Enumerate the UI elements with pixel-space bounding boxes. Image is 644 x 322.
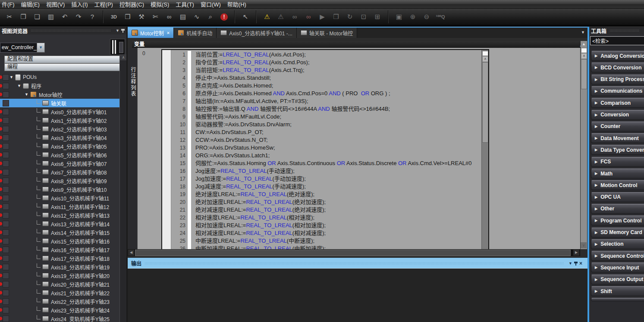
delete-icon[interactable]: ▥ bbox=[45, 12, 57, 22]
close-icon[interactable]: × bbox=[167, 30, 170, 35]
scroll-left-icon[interactable]: ◀ bbox=[128, 250, 134, 256]
scrollbar-thumb[interactable] bbox=[581, 59, 587, 89]
toolbox-category-sequence-input[interactable]: ▶Sequence Input bbox=[591, 263, 644, 272]
code-line[interactable]: 9轴报警代码:=Axis.MFaultLvl.Code; bbox=[171, 113, 482, 121]
transfer-to-controller-icon[interactable]: ⊡ bbox=[358, 12, 369, 22]
code-vertical-scrollbar[interactable]: ∧ bbox=[481, 50, 488, 249]
toolbox-category-shift[interactable]: ▶Shift bbox=[591, 286, 644, 296]
tree-item-Axis21_分选机械手Y轴22[interactable]: Axis21_分选机械手Y轴22 bbox=[0, 288, 119, 297]
synchronize-icon[interactable]: ↻ bbox=[344, 12, 355, 22]
scroll-right-icon[interactable]: ▶ bbox=[573, 250, 579, 256]
code-line[interactable]: 20绝对加速度LREAL:=REAL_TO_LREAL(绝对加速度); bbox=[171, 198, 482, 206]
tree-item-Axis16_分选机械手Y轴17[interactable]: Axis16_分选机械手Y轴17 bbox=[0, 245, 119, 254]
toolbox-category-opc-ua[interactable]: ▶OPC UA bbox=[591, 192, 644, 202]
code-line[interactable]: 7轴出错(In:=Axis.MFaultLvl.Active, PT:=T#3S… bbox=[171, 97, 482, 105]
go-offline-icon[interactable]: ⚠ bbox=[275, 12, 286, 22]
code-line[interactable]: 4停止中:=Axis.Status.Standstill; bbox=[171, 74, 482, 82]
code-line[interactable]: 15伺服忙:=Axis.Status.Homing OR Axis.Status… bbox=[171, 159, 482, 167]
menu-item[interactable]: 帮助(H) bbox=[222, 0, 251, 8]
scroll-down-icon[interactable]: ∨ bbox=[581, 242, 587, 248]
tree-item-Axis19_分选机械手Y轴20[interactable]: Axis19_分选机械手Y轴20 bbox=[0, 271, 119, 280]
toolbox-category-sequence-control[interactable]: ▶Sequence Control bbox=[591, 251, 644, 261]
tree-item-Axis20_分选机械手Y轴21[interactable]: Axis20_分选机械手Y轴21 bbox=[0, 280, 119, 288]
watch-glasses-icon[interactable]: ∞ bbox=[163, 12, 175, 22]
tree-item-Axis15_分选机械手Y轴16[interactable]: Axis15_分选机械手Y轴16 bbox=[0, 237, 119, 245]
code-line[interactable]: 16Jog速度:=REAL_TO_LREAL(手动速度); bbox=[171, 167, 482, 175]
close-icon[interactable]: × bbox=[578, 260, 584, 266]
code-line[interactable]: 1当前位置:=LREAL_TO_REAL(Axis.Act.Pos); bbox=[171, 51, 482, 59]
tree-item-Axis5_分选机械手Y轴06[interactable]: Axis5_分选机械手Y轴06 bbox=[0, 150, 119, 159]
toolbox-category-comparison[interactable]: ▶Comparison bbox=[591, 98, 644, 108]
tree-item-Axis11_分选机械手Y轴12[interactable]: Axis11_分选机械手Y轴12 bbox=[0, 202, 119, 211]
toolbox-category-motion-control[interactable]: ▶Motion Control bbox=[591, 180, 644, 190]
tree-item-Axis6_分选机械手Y轴07[interactable]: Axis6_分选机械手Y轴07 bbox=[0, 159, 119, 168]
rebuild-icon[interactable]: ✄ bbox=[150, 12, 161, 22]
redo-icon[interactable]: ↷ bbox=[73, 12, 84, 22]
toolbox-search-input[interactable] bbox=[590, 36, 644, 45]
variables-bar[interactable]: 变量 ▲ bbox=[132, 41, 587, 48]
undo-icon[interactable]: ↶ bbox=[59, 12, 70, 22]
tree-item-Motor轴控[interactable]: ▼Motor轴控 bbox=[0, 90, 119, 99]
zoom-100-icon[interactable]: ¹⁰⁰Q bbox=[435, 12, 446, 22]
toolbox-category-conversion[interactable]: ▶Conversion bbox=[591, 110, 644, 120]
edit-pointer-tool-icon[interactable]: ↖ bbox=[240, 12, 251, 22]
tree-item-Axis17_分选机械手Y轴18[interactable]: Axis17_分选机械手Y轴18 bbox=[0, 254, 119, 263]
toolbox-category-analog-conversion[interactable]: ▶Analog Conversion bbox=[591, 51, 644, 61]
tree-item-Axis7_分选机械手Y轴08[interactable]: Axis7_分选机械手Y轴08 bbox=[0, 168, 119, 176]
pin-icon[interactable] bbox=[121, 28, 125, 33]
transfer-stack-icon[interactable]: ❐ bbox=[330, 12, 342, 22]
window-layout-icon[interactable]: ❒ bbox=[122, 12, 133, 22]
tree-item-Axis24_变轨机械手Y轴25[interactable]: Axis24_变轨机械手Y轴25 bbox=[0, 314, 119, 322]
tab-list-dropdown-icon[interactable]: ▼ bbox=[581, 30, 585, 34]
tree-scrollbar[interactable]: ∧ bbox=[119, 54, 126, 322]
code-line[interactable]: 2指令位置:=LREAL_TO_REAL(Axis.Cmd.Pos); bbox=[171, 59, 482, 66]
tree-item-Axis2_分选机械手Y轴03[interactable]: Axis2_分选机械手Y轴03 bbox=[0, 125, 119, 133]
zoom-in-icon[interactable]: ⊕ bbox=[407, 12, 418, 22]
scrollbar-thumb[interactable] bbox=[482, 62, 488, 143]
scroll-up-icon[interactable]: ▲ bbox=[581, 42, 587, 46]
tree-item-程序[interactable]: ▼程序 bbox=[0, 81, 119, 90]
toolbox-category-sequence-output[interactable]: ▶Sequence Output bbox=[591, 275, 644, 284]
go-online-icon[interactable]: ⚠ bbox=[261, 12, 273, 22]
toolbox-category-communications[interactable]: ▶Communications bbox=[591, 86, 644, 96]
cut-icon[interactable]: ✂ bbox=[4, 12, 15, 22]
chevron-down-icon[interactable]: ▼ bbox=[567, 261, 574, 266]
tree-item-Axis12_分选机械手Y轴13[interactable]: Axis12_分选机械手Y轴13 bbox=[0, 211, 119, 219]
tree-item-Axis3_分选机械手Y轴04[interactable]: Axis3_分选机械手Y轴04 bbox=[0, 133, 119, 142]
expand-triangle-icon[interactable]: ▼ bbox=[17, 84, 21, 88]
tree-item-Axis8_分选机械手Y轴09[interactable]: Axis8_分选机械手Y轴09 bbox=[0, 176, 119, 185]
menu-item[interactable]: 模拟(S) bbox=[145, 0, 174, 8]
tab-机械手自动[interactable]: 机械手自动 bbox=[174, 28, 217, 38]
error-list-icon[interactable]: ! bbox=[220, 13, 228, 21]
section-configuration-setup[interactable]: 配置和设置 bbox=[4, 56, 121, 63]
zoom-fit-icon[interactable]: ▣ bbox=[393, 12, 405, 22]
build-icon[interactable]: ⚒ bbox=[136, 12, 147, 22]
tab-Axis0_分选机械手Y轴01 -...[interactable]: Axis0_分选机械手Y轴01 -... bbox=[217, 28, 297, 38]
help-page-icon[interactable]: ? bbox=[87, 12, 98, 22]
zoom-out-icon[interactable]: ⊖ bbox=[421, 12, 432, 22]
tree-item-Axis9_分选机械手Y轴10[interactable]: Axis9_分选机械手Y轴10 bbox=[0, 185, 119, 194]
section-programming[interactable]: 编程 bbox=[4, 63, 121, 71]
paste-icon[interactable]: ❏ bbox=[31, 12, 43, 22]
watch-table-icon[interactable]: ▤ bbox=[177, 12, 188, 22]
code-line[interactable]: 24相对减速度LREAL:=REAL_TO_LREAL(相对减速度); bbox=[171, 229, 482, 237]
tree-item-Axis14_分选机械手Y轴15[interactable]: Axis14_分选机械手Y轴15 bbox=[0, 228, 119, 237]
scroll-top-button[interactable] bbox=[482, 51, 488, 56]
menu-item[interactable]: 视图(V) bbox=[41, 0, 70, 8]
code-line[interactable]: 18Jog减速度:=REAL_TO_LREAL(手动减速度); bbox=[171, 183, 482, 191]
code-line[interactable]: 8轴控报警:=轴出错.Q AND 轴报警代码<>16#644A AND 轴报警代… bbox=[171, 105, 482, 113]
code-line[interactable]: 25中断速度LREAL:=REAL_TO_LREAL(中断速度); bbox=[171, 237, 482, 245]
tree-item-POUs[interactable]: ▼POUs bbox=[0, 73, 119, 81]
toolbox-category-data-type-conversion[interactable]: ▶Data Type Conversion bbox=[591, 145, 644, 155]
code-line[interactable]: 17Jog加速度:=REAL_TO_LREAL(手动加速度); bbox=[171, 175, 482, 183]
code-line[interactable]: 12CCW:=Axis.DrvStatus.N_OT; bbox=[171, 136, 482, 144]
tree-item-Axis23_分选机械手Y轴24[interactable]: Axis23_分选机械手Y轴24 bbox=[0, 306, 119, 314]
monitor-start-icon[interactable]: ∞ bbox=[289, 12, 300, 22]
tree-item-Axis18_分选机械手Y轴19[interactable]: Axis18_分选机械手Y轴19 bbox=[0, 263, 119, 271]
editor-vertical-scrollbar[interactable]: ▲ ∧ ∨ bbox=[581, 41, 587, 249]
toolbox-category-sd-memory-card[interactable]: ▶SD Memory Card bbox=[591, 228, 644, 238]
search-binoculars-icon[interactable]: ⌕ bbox=[205, 12, 216, 22]
code-line[interactable]: 11CW:=Axis.DrvStatus.P_OT; bbox=[171, 128, 482, 136]
code-line[interactable]: 6原点停止:=Axis.Details.Homed AND Axis.Cmd.P… bbox=[171, 90, 482, 97]
copy-icon[interactable]: ❐ bbox=[18, 12, 29, 22]
